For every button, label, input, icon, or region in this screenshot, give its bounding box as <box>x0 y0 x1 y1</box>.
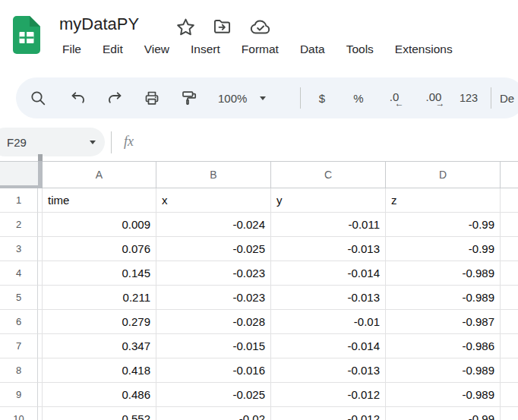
percent-format-button[interactable]: % <box>353 92 363 105</box>
cell-C6[interactable]: -0.01 <box>271 310 386 334</box>
menu-view[interactable]: View <box>144 43 169 56</box>
column-header-d[interactable]: D <box>386 161 501 188</box>
cell-E6[interactable] <box>501 310 518 334</box>
toolbar-divider <box>491 87 491 109</box>
cell-C1[interactable]: y <box>271 188 386 213</box>
cell-D9[interactable]: -0.989 <box>386 383 501 407</box>
cell-D5[interactable]: -0.989 <box>386 286 501 310</box>
cell-C3[interactable]: -0.013 <box>271 237 386 261</box>
cell-E7[interactable] <box>501 334 518 358</box>
cell-C5[interactable]: -0.013 <box>271 286 386 310</box>
zoom-selector[interactable]: 100% <box>218 77 266 118</box>
cell-B10[interactable]: -0.02 <box>156 407 271 420</box>
select-all-corner[interactable] <box>0 161 38 188</box>
cell-A4[interactable]: 0.145 <box>43 261 156 286</box>
row-header-5[interactable]: 5 <box>0 286 38 310</box>
cell-C10[interactable]: -0.012 <box>271 407 386 420</box>
column-header-e-partial[interactable] <box>501 161 518 188</box>
row-header-9[interactable]: 9 <box>0 383 38 407</box>
formula-bar-divider <box>111 131 112 153</box>
cell-E2[interactable] <box>501 213 518 237</box>
cell-C7[interactable]: -0.014 <box>271 334 386 358</box>
formula-input[interactable] <box>144 128 518 156</box>
cell-B4[interactable]: -0.023 <box>156 261 271 286</box>
sheet-row-4: 4 0.145 -0.023 -0.014 -0.989 <box>0 261 518 286</box>
cell-A1[interactable]: time <box>43 188 156 213</box>
chevron-down-icon <box>90 141 96 144</box>
cell-B9[interactable]: -0.025 <box>156 383 271 407</box>
cell-E8[interactable] <box>501 358 518 383</box>
cell-A6[interactable]: 0.279 <box>43 310 156 334</box>
row-header-4[interactable]: 4 <box>0 261 38 286</box>
cell-D3[interactable]: -0.99 <box>386 237 501 261</box>
cell-D4[interactable]: -0.989 <box>386 261 501 286</box>
cell-D6[interactable]: -0.987 <box>386 310 501 334</box>
menu-format[interactable]: Format <box>242 43 279 56</box>
toolbar: 100% $ % .0← .00→ 123 De <box>16 77 518 118</box>
row-header-1[interactable]: 1 <box>0 188 38 213</box>
cell-D1[interactable]: z <box>386 188 501 213</box>
sheets-logo-icon[interactable] <box>13 16 40 57</box>
move-to-folder-icon[interactable] <box>212 17 232 37</box>
column-header-c[interactable]: C <box>271 161 386 188</box>
redo-icon[interactable] <box>106 90 123 106</box>
column-header-b[interactable]: B <box>156 161 271 188</box>
header-resize-notch[interactable] <box>38 154 43 161</box>
cell-A10[interactable]: 0.552 <box>43 407 156 420</box>
cell-B2[interactable]: -0.024 <box>156 213 271 237</box>
cell-E10[interactable] <box>501 407 518 420</box>
cell-C8[interactable]: -0.013 <box>271 358 386 383</box>
sheet-row-10: 10 0.552 -0.02 -0.012 -0.99 <box>0 407 518 420</box>
cell-C2[interactable]: -0.011 <box>271 213 386 237</box>
cell-B5[interactable]: -0.023 <box>156 286 271 310</box>
menu-extensions[interactable]: Extensions <box>395 43 453 56</box>
cell-C9[interactable]: -0.012 <box>271 383 386 407</box>
cell-A5[interactable]: 0.211 <box>43 286 156 310</box>
menu-tools[interactable]: Tools <box>346 43 374 56</box>
number-format-button[interactable]: 123 <box>460 92 478 104</box>
cell-E1[interactable] <box>501 188 518 213</box>
cell-D2[interactable]: -0.99 <box>386 213 501 237</box>
row-header-10[interactable]: 10 <box>0 407 38 420</box>
cell-D7[interactable]: -0.986 <box>386 334 501 358</box>
row-header-3[interactable]: 3 <box>0 237 38 261</box>
cell-A2[interactable]: 0.009 <box>43 213 156 237</box>
increase-decimal-button[interactable]: .00→ <box>426 90 442 103</box>
paint-format-icon[interactable] <box>181 90 197 106</box>
cell-B8[interactable]: -0.016 <box>156 358 271 383</box>
cell-E9[interactable] <box>501 383 518 407</box>
cell-E5[interactable] <box>501 286 518 310</box>
document-title[interactable]: myDataPY <box>59 14 139 34</box>
menu-insert[interactable]: Insert <box>191 43 220 56</box>
cell-A8[interactable]: 0.418 <box>43 358 156 383</box>
name-box[interactable]: F29 <box>0 128 105 156</box>
cloud-saved-icon[interactable] <box>248 17 272 37</box>
cell-C4[interactable]: -0.014 <box>271 261 386 286</box>
print-icon[interactable] <box>144 90 160 106</box>
cell-E4[interactable] <box>501 261 518 286</box>
cell-D10[interactable]: -0.99 <box>386 407 501 420</box>
cell-B3[interactable]: -0.025 <box>156 237 271 261</box>
cell-E3[interactable] <box>501 237 518 261</box>
font-selector[interactable]: De <box>500 92 514 105</box>
column-header-a[interactable]: A <box>43 161 156 188</box>
star-icon[interactable] <box>175 17 196 37</box>
cell-B7[interactable]: -0.015 <box>156 334 271 358</box>
menu-edit[interactable]: Edit <box>103 43 123 56</box>
currency-format-button[interactable]: $ <box>319 92 325 105</box>
search-icon[interactable] <box>30 90 46 106</box>
decrease-decimal-button[interactable]: .0← <box>390 90 400 103</box>
cell-A7[interactable]: 0.347 <box>43 334 156 358</box>
row-header-2[interactable]: 2 <box>0 213 38 237</box>
cell-D8[interactable]: -0.989 <box>386 358 501 383</box>
undo-icon[interactable] <box>70 90 87 106</box>
menu-file[interactable]: File <box>62 43 81 56</box>
row-header-8[interactable]: 8 <box>0 358 38 383</box>
row-header-7[interactable]: 7 <box>0 334 38 358</box>
cell-A3[interactable]: 0.076 <box>43 237 156 261</box>
cell-B1[interactable]: x <box>156 188 271 213</box>
cell-A9[interactable]: 0.486 <box>43 383 156 407</box>
menu-data[interactable]: Data <box>300 43 325 56</box>
cell-B6[interactable]: -0.028 <box>156 310 271 334</box>
row-header-6[interactable]: 6 <box>0 310 38 334</box>
